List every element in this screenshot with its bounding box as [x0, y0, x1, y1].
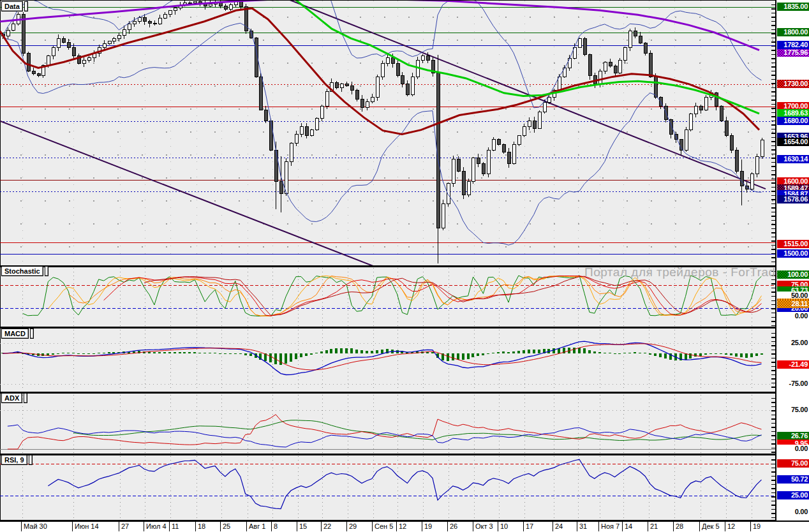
- x-axis-label: 17: [526, 522, 533, 530]
- x-axis-label: 28: [676, 522, 683, 530]
- price-badge: 50.72: [777, 475, 809, 484]
- time-axis-tick: [648, 522, 648, 531]
- axis-value-label: 0.00: [777, 312, 809, 320]
- time-axis-tick: [498, 522, 498, 531]
- x-axis-label: Май 30: [24, 522, 47, 530]
- time-axis-tick: [72, 522, 73, 531]
- x-axis-label: 26: [450, 522, 457, 530]
- time-axis-tick: [598, 522, 599, 531]
- axis-value-label: 0.00: [777, 508, 809, 516]
- macd-panel-grip[interactable]: [30, 329, 34, 339]
- price-badge: 1782.40: [777, 41, 809, 49]
- price-scale-ticks: [771, 1, 775, 264]
- time-axis-tick: [321, 522, 322, 531]
- x-axis-label: 19: [753, 522, 761, 530]
- x-axis-label: 31: [579, 522, 587, 530]
- ma-darkred: [0, 8, 759, 135]
- time-axis-tick: [699, 522, 700, 531]
- x-axis-label: 11: [172, 522, 179, 530]
- time-axis-tick: [523, 522, 524, 531]
- time-axis-tick: [372, 522, 373, 531]
- time-axis-tick: [622, 522, 623, 531]
- x-axis-label: 21: [650, 522, 658, 530]
- x-axis-label: 18: [198, 522, 205, 530]
- x-axis-label: 10: [500, 522, 508, 530]
- tab-rsi-panel[interactable]: RSI, 9: [1, 455, 27, 465]
- x-axis-label: 8: [274, 522, 278, 530]
- x-axis-label: Ноя 7: [601, 522, 620, 530]
- time-axis-tick: [21, 522, 22, 531]
- time-axis-tick: [346, 522, 347, 531]
- price-badge: 1500.00: [777, 249, 809, 258]
- axis-value-label: 0.00: [777, 445, 809, 453]
- price-badge: 1515.00: [777, 240, 809, 248]
- time-axis-tick: [750, 522, 751, 531]
- x-axis-label: 22: [323, 522, 331, 530]
- x-axis-label: Июл 4: [146, 522, 167, 530]
- x-axis-label: Окт 3: [475, 522, 493, 530]
- x-axis-label: Июн 14: [75, 522, 99, 530]
- price-badge: 1835.00: [777, 3, 809, 11]
- panel-separator[interactable]: [0, 327, 809, 329]
- x-axis-label: 12: [399, 522, 406, 530]
- price-badge: 1578.06: [777, 195, 809, 203]
- price-badge: -21.49: [777, 360, 809, 369]
- time-axis-tick: [169, 522, 170, 531]
- time-axis-tick: [396, 522, 397, 531]
- x-axis-label: 19: [424, 522, 432, 530]
- time-axis-tick: [577, 522, 577, 531]
- axis-value-label: 25.00: [777, 339, 809, 347]
- time-axis-tick: [195, 522, 196, 531]
- tab-stochastic-panel[interactable]: Stochastic: [1, 266, 43, 276]
- tab-adx-panel[interactable]: ADX: [1, 393, 22, 403]
- data-panel-grip[interactable]: [24, 1, 28, 11]
- price-badge: 25.00: [777, 491, 809, 499]
- stochastic-panel-grip[interactable]: [45, 266, 48, 276]
- adx-panel-grip[interactable]: [24, 393, 27, 403]
- time-axis-tick: [246, 522, 247, 531]
- price-badge: 1630.14: [777, 155, 809, 163]
- rsi-series: [0, 459, 775, 508]
- rsi-scale-ticks: [771, 456, 775, 519]
- grid-lines: [23, 1, 752, 519]
- time-axis-tick: [297, 522, 297, 531]
- time-axis-tick: [422, 522, 422, 531]
- time-axis-tick: [119, 522, 119, 531]
- tab-macd-panel[interactable]: MACD: [1, 329, 29, 339]
- price-badge: 1730.00: [777, 80, 809, 88]
- x-axis-label: 12: [727, 522, 735, 530]
- x-axis-label: 27: [121, 522, 129, 530]
- panel-separator[interactable]: [0, 392, 809, 394]
- x-axis-label: Дек 5: [702, 522, 720, 530]
- x-axis-label: 29: [349, 522, 357, 530]
- axis-value-label: 75.00: [777, 406, 809, 414]
- adx-scale-ticks: [771, 395, 775, 453]
- rsi-panel-grip[interactable]: [29, 455, 33, 465]
- x-axis-label: 14: [625, 522, 632, 530]
- panel-separator[interactable]: [0, 454, 809, 455]
- price-badge: 75.00: [777, 459, 809, 468]
- price-badge: 1680.00: [777, 117, 809, 125]
- macd-series: [0, 341, 775, 384]
- time-axis-tick: [673, 522, 674, 531]
- stochastic-series: [0, 276, 775, 316]
- price-badge: 28.11: [777, 300, 809, 308]
- price-badge: 100.00: [777, 270, 809, 279]
- macd-scale-ticks: [771, 330, 775, 390]
- watermark-text: Портал для трейдеров - ForTraders.ru: [584, 265, 775, 279]
- x-axis-label: Авг 1: [249, 522, 265, 530]
- time-axis-tick: [220, 522, 221, 531]
- time-axis-tick: [725, 522, 725, 531]
- tab-data-panel[interactable]: Data: [1, 1, 23, 11]
- time-axis-tick: [447, 522, 448, 531]
- moving-averages: [0, 0, 759, 135]
- x-axis-label: 25: [223, 522, 230, 530]
- time-axis-tick: [271, 522, 272, 531]
- price-badge: 1654.00: [777, 138, 809, 146]
- time-axis-tick: [144, 522, 144, 531]
- price-badge: 1775.96: [777, 48, 809, 57]
- time-axis-tick: [473, 522, 473, 531]
- x-axis-label: Сен 5: [375, 522, 393, 530]
- x-axis-label: 15: [299, 522, 307, 530]
- x-axis-label: 24: [555, 522, 563, 530]
